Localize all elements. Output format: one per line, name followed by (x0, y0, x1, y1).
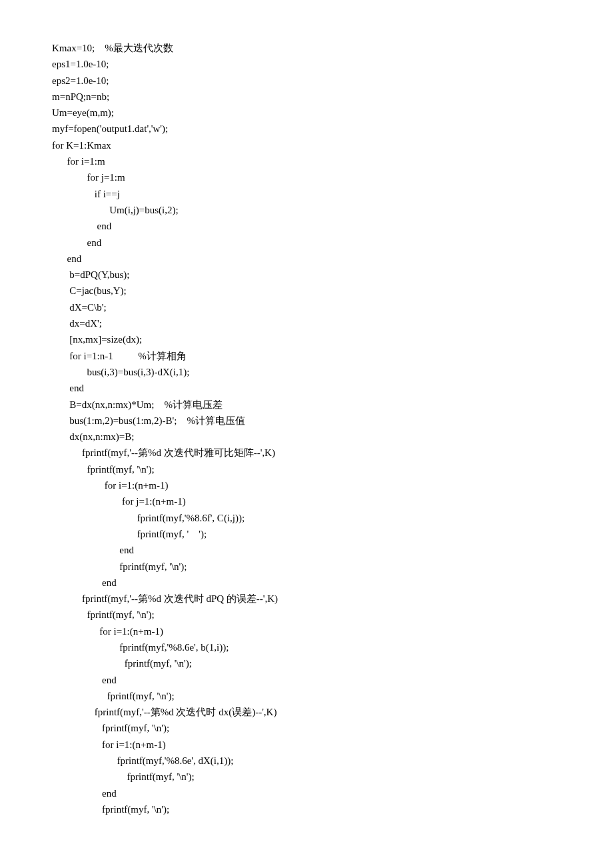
code-line: fprintf(myf,'%8.6e', b(1,i)); (52, 639, 561, 655)
code-line: fprintf(myf, '\n'); (52, 769, 561, 785)
code-line: end (52, 672, 561, 688)
code-line: m=nPQ;n=nb; (52, 89, 561, 105)
code-line: b=dPQ(Y,bus); (52, 267, 561, 283)
code-line: fprintf(myf, '\n'); (52, 559, 561, 575)
code-line: fprintf(myf, '\n'); (52, 461, 561, 477)
code-line: for i=1:(n+m-1) (52, 623, 561, 639)
code-line: for i=1:(n+m-1) (52, 477, 561, 493)
code-line: dX=C\b'; (52, 299, 561, 315)
code-line: eps2=1.0e-10; (52, 73, 561, 89)
code-line: end (52, 251, 561, 267)
code-line: fprintf(myf, '\n'); (52, 688, 561, 704)
code-line: bus(i,3)=bus(i,3)-dX(i,1); (52, 364, 561, 380)
code-line: for i=1:n-1 %计算相角 (52, 348, 561, 364)
code-line: fprintf(myf, '\n'); (52, 655, 561, 671)
code-line: fprintf(myf, '\n'); (52, 607, 561, 623)
code-line: fprintf(myf,'--第%d 次迭代时雅可比矩阵--',K) (52, 445, 561, 461)
code-line: fprintf(myf,'%8.6e', dX(i,1)); (52, 753, 561, 769)
code-line: end (52, 380, 561, 396)
code-line: eps1=1.0e-10; (52, 56, 561, 72)
code-line: dx(nx,n:mx)=B; (52, 429, 561, 445)
code-line: fprintf(myf,'--第%d 次迭代时 dPQ 的误差--',K) (52, 591, 561, 607)
code-line: for i=1:m (52, 153, 561, 169)
code-line: Um(i,j)=bus(i,2); (52, 202, 561, 218)
code-line: end (52, 218, 561, 234)
code-line: B=dx(nx,n:mx)*Um; %计算电压差 (52, 397, 561, 413)
code-line: end (52, 235, 561, 251)
code-line: fprintf(myf, ' '); (52, 526, 561, 542)
code-line: for i=1:(n+m-1) (52, 737, 561, 753)
code-line: [nx,mx]=size(dx); (52, 331, 561, 347)
code-line: end (52, 785, 561, 801)
code-line: end (52, 542, 561, 558)
code-line: myf=fopen('output1.dat','w'); (52, 121, 561, 137)
code-line: if i==j (52, 186, 561, 202)
code-line: fprintf(myf,'%8.6f', C(i,j)); (52, 510, 561, 526)
code-line: fprintf(myf,'--第%d 次迭代时 dx(误差)--',K) (52, 704, 561, 720)
code-line: bus(1:m,2)=bus(1:m,2)-B'; %计算电压值 (52, 413, 561, 429)
code-line: end (52, 575, 561, 591)
code-line: fprintf(myf, '\n'); (52, 720, 561, 736)
code-block: Kmax=10; %最大迭代次数eps1=1.0e-10;eps2=1.0e-1… (52, 40, 561, 817)
code-line: for K=1:Kmax (52, 137, 561, 153)
code-line: C=jac(bus,Y); (52, 283, 561, 299)
code-line: Um=eye(m,m); (52, 105, 561, 121)
document-page: Kmax=10; %最大迭代次数eps1=1.0e-10;eps2=1.0e-1… (0, 0, 613, 868)
code-line: for j=1:(n+m-1) (52, 493, 561, 509)
code-line: for j=1:m (52, 169, 561, 185)
code-line: fprintf(myf, '\n'); (52, 801, 561, 817)
code-line: Kmax=10; %最大迭代次数 (52, 40, 561, 56)
code-line: dx=dX'; (52, 315, 561, 331)
